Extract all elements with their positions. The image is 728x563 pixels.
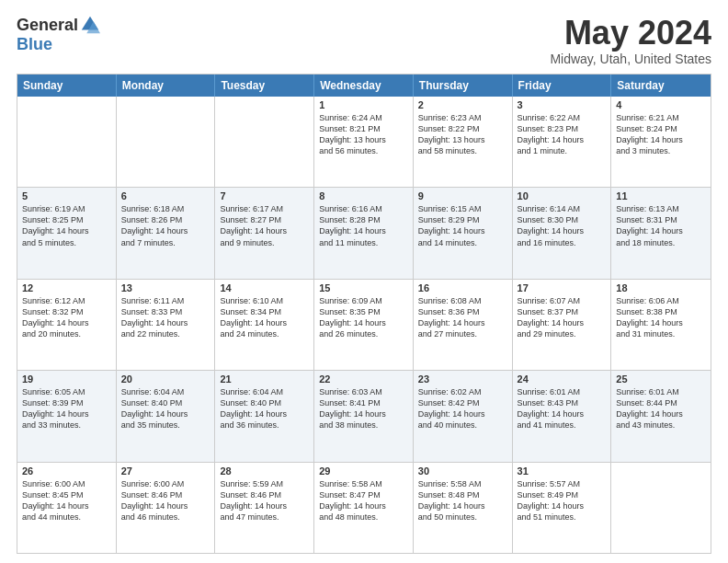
cell-info-line: Sunset: 8:44 PM (616, 397, 706, 408)
cell-info-line: and 33 minutes. (22, 419, 111, 431)
cell-info-line: Sunset: 8:27 PM (220, 214, 309, 225)
title-block: May 2024 Midway, Utah, United States (550, 15, 711, 66)
day-number: 21 (220, 373, 309, 385)
cell-info-line: and 16 minutes. (518, 237, 607, 248)
cell-info-line: and 44 minutes. (22, 511, 111, 523)
cell-info-line: and 35 minutes. (121, 419, 210, 431)
calendar-cell-r0-c5: 3Sunrise: 6:22 AMSunset: 8:23 PMDaylight… (513, 97, 612, 187)
cell-info-line: Sunrise: 6:00 AM (22, 478, 111, 489)
cell-info-line: Sunset: 8:29 PM (418, 214, 507, 225)
day-number: 14 (220, 282, 309, 293)
cell-info-line: Sunset: 8:45 PM (22, 489, 111, 500)
cell-info-line: Sunrise: 6:17 AM (220, 203, 309, 214)
day-number: 26 (22, 465, 111, 477)
calendar-row-2: 12Sunrise: 6:12 AMSunset: 8:32 PMDayligh… (17, 279, 711, 370)
cell-info-line: Daylight: 14 hours (22, 500, 111, 511)
header-day-thursday: Thursday (414, 75, 513, 97)
calendar-cell-r2-c4: 16Sunrise: 6:08 AMSunset: 8:36 PMDayligh… (414, 280, 513, 370)
cell-info-line: and 26 minutes. (319, 328, 408, 339)
header-day-monday: Monday (117, 75, 216, 97)
calendar-cell-r2-c0: 12Sunrise: 6:12 AMSunset: 8:32 PMDayligh… (17, 280, 117, 370)
calendar-cell-r1-c3: 8Sunrise: 6:16 AMSunset: 8:28 PMDaylight… (314, 188, 414, 278)
cell-info-line: Sunset: 8:28 PM (319, 214, 408, 225)
day-number: 7 (220, 190, 309, 201)
cell-info-line: Daylight: 14 hours (616, 408, 706, 419)
cell-info-line: Daylight: 14 hours (518, 134, 607, 145)
cell-info-line: Sunset: 8:49 PM (518, 489, 607, 500)
calendar-cell-r2-c1: 13Sunrise: 6:11 AMSunset: 8:33 PMDayligh… (117, 280, 216, 370)
day-number: 18 (616, 282, 706, 293)
cell-info-line: Sunset: 8:47 PM (319, 489, 408, 500)
calendar-cell-r1-c1: 6Sunrise: 6:18 AMSunset: 8:26 PMDaylight… (117, 188, 216, 278)
cell-info-line: Sunset: 8:22 PM (418, 123, 507, 134)
logo-icon (80, 15, 100, 35)
cell-info-line: Sunset: 8:30 PM (518, 214, 607, 225)
calendar-cell-r2-c3: 15Sunrise: 6:09 AMSunset: 8:35 PMDayligh… (314, 280, 414, 370)
cell-info-line: Sunrise: 6:05 AM (22, 386, 111, 397)
day-number: 12 (22, 282, 111, 293)
cell-info-line: Daylight: 14 hours (319, 500, 408, 511)
cell-info-line: Sunrise: 6:04 AM (220, 386, 309, 397)
cell-info-line: Daylight: 14 hours (319, 225, 408, 236)
cell-info-line: Daylight: 14 hours (22, 317, 111, 328)
cell-info-line: Daylight: 14 hours (220, 225, 309, 236)
cell-info-line: Sunset: 8:25 PM (22, 214, 111, 225)
cell-info-line: Daylight: 14 hours (220, 500, 309, 511)
cell-info-line: Daylight: 14 hours (616, 134, 706, 145)
cell-info-line: Sunrise: 5:58 AM (319, 478, 408, 489)
cell-info-line: and 41 minutes. (518, 419, 607, 431)
cell-info-line: Daylight: 14 hours (418, 317, 507, 328)
header: General Blue May 2024 Midway, Utah, Unit… (17, 15, 711, 66)
cell-info-line: Daylight: 14 hours (319, 317, 408, 328)
cell-info-line: Daylight: 14 hours (518, 500, 607, 511)
cell-info-line: Sunset: 8:39 PM (22, 397, 111, 408)
cell-info-line: Daylight: 14 hours (121, 225, 210, 236)
header-day-friday: Friday (513, 75, 612, 97)
cell-info-line: Daylight: 14 hours (121, 408, 210, 419)
calendar-cell-r0-c2 (215, 97, 314, 187)
calendar-cell-r3-c6: 25Sunrise: 6:01 AMSunset: 8:44 PMDayligh… (611, 371, 711, 461)
cell-info-line: Sunrise: 6:12 AM (22, 295, 111, 306)
logo: General Blue (17, 15, 100, 54)
day-number: 1 (319, 99, 408, 110)
calendar-row-3: 19Sunrise: 6:05 AMSunset: 8:39 PMDayligh… (17, 370, 711, 461)
cell-info-line: Sunrise: 6:21 AM (616, 112, 706, 123)
cell-info-line: Daylight: 14 hours (418, 408, 507, 419)
cell-info-line: Daylight: 14 hours (616, 225, 706, 236)
cell-info-line: Sunrise: 6:01 AM (518, 386, 607, 397)
logo-general-text: General (17, 16, 78, 35)
cell-info-line: Sunrise: 6:04 AM (121, 386, 210, 397)
cell-info-line: Sunset: 8:35 PM (319, 306, 408, 317)
day-number: 3 (518, 99, 607, 110)
cell-info-line: Sunset: 8:40 PM (121, 397, 210, 408)
cell-info-line: Daylight: 14 hours (518, 317, 607, 328)
calendar-cell-r1-c2: 7Sunrise: 6:17 AMSunset: 8:27 PMDaylight… (215, 188, 314, 278)
cell-info-line: and 40 minutes. (418, 419, 507, 431)
cell-info-line: Sunrise: 6:03 AM (319, 386, 408, 397)
calendar-cell-r0-c3: 1Sunrise: 6:24 AMSunset: 8:21 PMDaylight… (314, 97, 414, 187)
calendar-cell-r2-c2: 14Sunrise: 6:10 AMSunset: 8:34 PMDayligh… (215, 280, 314, 370)
calendar: SundayMondayTuesdayWednesdayThursdayFrid… (17, 74, 711, 554)
header-day-saturday: Saturday (611, 75, 711, 97)
cell-info-line: and 43 minutes. (616, 419, 706, 431)
cell-info-line: and 7 minutes. (121, 237, 210, 248)
cell-info-line: Sunrise: 6:09 AM (319, 295, 408, 306)
day-number: 25 (616, 373, 706, 385)
calendar-cell-r0-c6: 4Sunrise: 6:21 AMSunset: 8:24 PMDaylight… (611, 97, 711, 187)
cell-info-line: Sunset: 8:37 PM (518, 306, 607, 317)
cell-info-line: Sunset: 8:31 PM (616, 214, 706, 225)
calendar-cell-r4-c5: 31Sunrise: 5:57 AMSunset: 8:49 PMDayligh… (513, 463, 612, 553)
cell-info-line: Sunset: 8:38 PM (616, 306, 706, 317)
cell-info-line: Sunrise: 5:58 AM (418, 478, 507, 489)
header-day-tuesday: Tuesday (215, 75, 314, 97)
day-number: 6 (121, 190, 210, 201)
cell-info-line: and 47 minutes. (220, 511, 309, 523)
cell-info-line: and 3 minutes. (616, 145, 706, 156)
cell-info-line: Daylight: 14 hours (616, 317, 706, 328)
day-number: 22 (319, 373, 408, 385)
day-number: 9 (418, 190, 507, 201)
cell-info-line: Sunrise: 6:10 AM (220, 295, 309, 306)
calendar-header: SundayMondayTuesdayWednesdayThursdayFrid… (17, 75, 711, 97)
cell-info-line: Sunrise: 6:11 AM (121, 295, 210, 306)
cell-info-line: Sunset: 8:43 PM (518, 397, 607, 408)
